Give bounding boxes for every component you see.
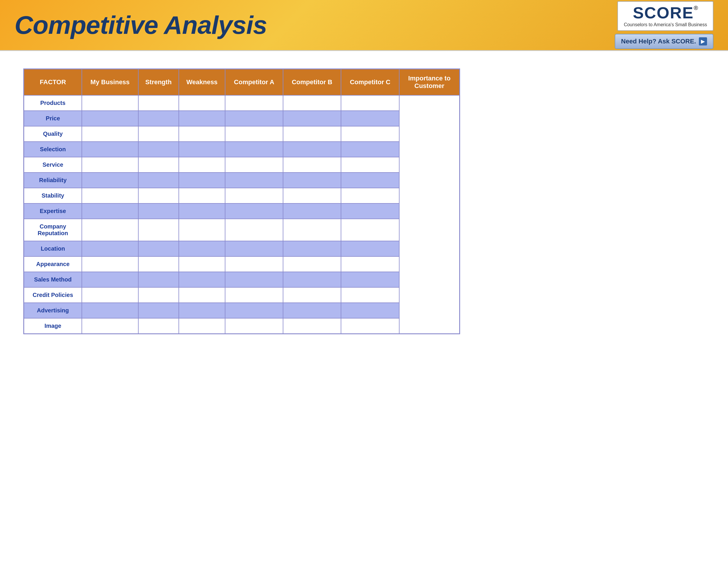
data-cell-9-2[interactable]	[179, 241, 225, 256]
data-cell-13-3[interactable]	[225, 303, 283, 318]
data-cell-9-5[interactable]	[341, 241, 399, 256]
data-cell-1-1[interactable]	[138, 111, 179, 126]
data-cell-2-4[interactable]	[283, 126, 341, 142]
need-help-arrow-icon: ▶	[699, 37, 707, 45]
data-cell-2-5[interactable]	[341, 126, 399, 142]
data-cell-6-3[interactable]	[225, 188, 283, 203]
data-cell-1-3[interactable]	[225, 111, 283, 126]
data-cell-14-5[interactable]	[341, 318, 399, 334]
data-cell-0-1[interactable]	[138, 95, 179, 111]
data-cell-8-1[interactable]	[138, 219, 179, 241]
data-cell-7-2[interactable]	[179, 203, 225, 219]
data-cell-5-3[interactable]	[225, 172, 283, 188]
data-cell-10-4[interactable]	[283, 256, 341, 272]
data-cell-9-4[interactable]	[283, 241, 341, 256]
data-cell-4-4[interactable]	[283, 157, 341, 172]
data-cell-14-0[interactable]	[82, 318, 138, 334]
data-cell-6-2[interactable]	[179, 188, 225, 203]
data-cell-5-5[interactable]	[341, 172, 399, 188]
data-cell-3-2[interactable]	[179, 142, 225, 157]
table-row: Location	[24, 241, 460, 256]
data-cell-7-0[interactable]	[82, 203, 138, 219]
data-cell-4-5[interactable]	[341, 157, 399, 172]
data-cell-12-0[interactable]	[82, 287, 138, 303]
data-cell-4-1[interactable]	[138, 157, 179, 172]
data-cell-3-1[interactable]	[138, 142, 179, 157]
data-cell-11-4[interactable]	[283, 272, 341, 287]
data-cell-2-1[interactable]	[138, 126, 179, 142]
data-cell-10-2[interactable]	[179, 256, 225, 272]
data-cell-0-2[interactable]	[179, 95, 225, 111]
data-cell-5-1[interactable]	[138, 172, 179, 188]
data-cell-7-1[interactable]	[138, 203, 179, 219]
data-cell-1-4[interactable]	[283, 111, 341, 126]
data-cell-5-4[interactable]	[283, 172, 341, 188]
data-cell-1-0[interactable]	[82, 111, 138, 126]
data-cell-11-2[interactable]	[179, 272, 225, 287]
data-cell-2-0[interactable]	[82, 126, 138, 142]
data-cell-7-5[interactable]	[341, 203, 399, 219]
data-cell-13-1[interactable]	[138, 303, 179, 318]
factor-cell-12: Credit Policies	[24, 287, 82, 303]
data-cell-13-5[interactable]	[341, 303, 399, 318]
data-cell-6-4[interactable]	[283, 188, 341, 203]
data-cell-0-4[interactable]	[283, 95, 341, 111]
data-cell-11-1[interactable]	[138, 272, 179, 287]
data-cell-3-0[interactable]	[82, 142, 138, 157]
data-cell-3-4[interactable]	[283, 142, 341, 157]
data-cell-3-5[interactable]	[341, 142, 399, 157]
data-cell-2-3[interactable]	[225, 126, 283, 142]
score-logo-box: SCORE® Counselors to America's Small Bus…	[617, 1, 713, 31]
data-cell-5-0[interactable]	[82, 172, 138, 188]
data-cell-0-3[interactable]	[225, 95, 283, 111]
data-cell-9-0[interactable]	[82, 241, 138, 256]
data-cell-8-2[interactable]	[179, 219, 225, 241]
data-cell-12-4[interactable]	[283, 287, 341, 303]
data-cell-10-1[interactable]	[138, 256, 179, 272]
data-cell-8-4[interactable]	[283, 219, 341, 241]
data-cell-11-3[interactable]	[225, 272, 283, 287]
factor-cell-1: Price	[24, 111, 82, 126]
data-cell-4-0[interactable]	[82, 157, 138, 172]
data-cell-8-3[interactable]	[225, 219, 283, 241]
factor-cell-0: Products	[24, 95, 82, 111]
data-cell-14-3[interactable]	[225, 318, 283, 334]
data-cell-13-2[interactable]	[179, 303, 225, 318]
factor-cell-9: Location	[24, 241, 82, 256]
data-cell-4-2[interactable]	[179, 157, 225, 172]
data-cell-1-5[interactable]	[341, 111, 399, 126]
data-cell-12-5[interactable]	[341, 287, 399, 303]
data-cell-5-2[interactable]	[179, 172, 225, 188]
need-help-button[interactable]: Need Help? Ask SCORE. ▶	[615, 34, 713, 49]
data-cell-1-2[interactable]	[179, 111, 225, 126]
data-cell-8-0[interactable]	[82, 219, 138, 241]
data-cell-6-0[interactable]	[82, 188, 138, 203]
data-cell-10-0[interactable]	[82, 256, 138, 272]
data-cell-11-5[interactable]	[341, 272, 399, 287]
data-cell-7-4[interactable]	[283, 203, 341, 219]
data-cell-4-3[interactable]	[225, 157, 283, 172]
data-cell-13-4[interactable]	[283, 303, 341, 318]
data-cell-9-3[interactable]	[225, 241, 283, 256]
data-cell-10-3[interactable]	[225, 256, 283, 272]
data-cell-2-2[interactable]	[179, 126, 225, 142]
data-cell-7-3[interactable]	[225, 203, 283, 219]
data-cell-14-4[interactable]	[283, 318, 341, 334]
data-cell-6-1[interactable]	[138, 188, 179, 203]
data-cell-0-0[interactable]	[82, 95, 138, 111]
data-cell-0-5[interactable]	[341, 95, 399, 111]
table-header-row: FACTOR My Business Strength Weakness Com…	[24, 69, 460, 96]
data-cell-12-2[interactable]	[179, 287, 225, 303]
table-row: Expertise	[24, 203, 460, 219]
data-cell-8-5[interactable]	[341, 219, 399, 241]
data-cell-9-1[interactable]	[138, 241, 179, 256]
data-cell-10-5[interactable]	[341, 256, 399, 272]
data-cell-13-0[interactable]	[82, 303, 138, 318]
data-cell-3-3[interactable]	[225, 142, 283, 157]
data-cell-14-2[interactable]	[179, 318, 225, 334]
data-cell-12-3[interactable]	[225, 287, 283, 303]
data-cell-11-0[interactable]	[82, 272, 138, 287]
data-cell-14-1[interactable]	[138, 318, 179, 334]
data-cell-12-1[interactable]	[138, 287, 179, 303]
data-cell-6-5[interactable]	[341, 188, 399, 203]
